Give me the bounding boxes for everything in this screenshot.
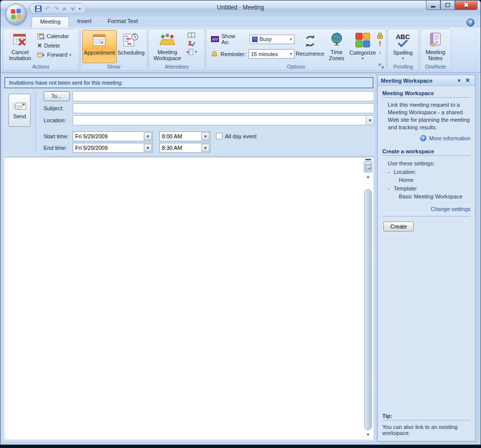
time-zones-icon [330, 32, 344, 48]
group-label-show: Show [81, 64, 147, 70]
pane-section2-heading: Create a workspace [382, 148, 470, 156]
splitter-grip-icon[interactable] [364, 158, 372, 161]
forward-icon [37, 52, 45, 58]
help-icon[interactable]: ? [466, 19, 474, 27]
address-book-icon[interactable] [187, 32, 195, 39]
setting-template-label: Template: [394, 184, 418, 193]
meeting-workspace-button[interactable]: Meeting Workspace [150, 30, 184, 63]
scheduling-button[interactable]: Scheduling [117, 30, 145, 63]
start-time-picker[interactable]: 8:00 AM ▼ [159, 131, 210, 141]
delete-label: Delete [44, 43, 60, 49]
start-date-picker[interactable]: Fri 5/29/2009 ▼ [73, 131, 153, 141]
pane-body: Meeting Workspace Link this meeting requ… [378, 86, 475, 441]
time-zones-button[interactable]: Time Zones [324, 30, 350, 63]
delete-icon: ✕ [37, 42, 42, 49]
pane-divider [382, 216, 470, 216]
message-body[interactable]: ▲ ▼ [5, 157, 373, 439]
end-date-picker[interactable]: Fri 5/29/2009 ▼ [73, 143, 153, 153]
reminder-label: Reminder: [220, 51, 246, 57]
subject-label: Subject: [44, 105, 64, 111]
tip-text: You can also link to an existing workspa… [382, 424, 470, 436]
end-time-picker[interactable]: 8:30 AM ▼ [159, 143, 210, 153]
meeting-notes-label-1: Meeting [425, 49, 445, 56]
create-button[interactable]: Create [383, 221, 414, 232]
close-button[interactable]: ✖ [455, 1, 477, 10]
pane-section1-text: Link this meeting request to a Meeting W… [382, 101, 470, 131]
recurrence-button[interactable]: Recurrence [297, 31, 324, 64]
svg-text:n: n [435, 39, 438, 45]
calendar-button[interactable]: Calendar [36, 32, 73, 40]
meeting-notes-icon: n [429, 32, 442, 48]
start-date-value: Fri 5/29/2009 [75, 133, 108, 139]
check-names-icon[interactable] [187, 40, 195, 47]
minimize-button[interactable] [426, 1, 440, 10]
spelling-icon: ABC [396, 32, 410, 49]
subject-input[interactable] [73, 103, 374, 113]
send-button[interactable]: Send [9, 94, 31, 127]
start-time-value: 8:00 AM [162, 133, 182, 139]
pane-menu-icon[interactable]: ▼ [455, 78, 463, 83]
start-date-dropdown-icon[interactable]: ▼ [144, 132, 152, 140]
info-bar-text: Invitations have not been sent for this … [9, 80, 123, 86]
end-date-dropdown-icon[interactable]: ▼ [144, 144, 152, 152]
meeting-window: ↶ ↷ ⮝ ⮟ ▾ Untitled - Meeting ✖ Meeting I… [0, 0, 481, 445]
tab-insert[interactable]: Insert [69, 17, 100, 28]
minimize-icon [431, 6, 435, 8]
categorize-icon [355, 32, 370, 49]
private-icon[interactable] [377, 32, 383, 39]
ribbon-tab-row: Meeting Insert Format Text [1, 17, 480, 28]
low-importance-icon[interactable]: ↓ [378, 48, 382, 55]
categorize-dropdown-icon: ▾ [362, 56, 364, 61]
tab-format-text[interactable]: Format Text [100, 17, 146, 28]
end-time-value: 8:30 AM [162, 145, 182, 151]
info-bar: Invitations have not been sent for this … [5, 77, 373, 88]
expand-header-button[interactable] [364, 161, 372, 172]
scrollbar-track[interactable] [364, 189, 372, 430]
all-day-event-label: All day event [225, 133, 257, 139]
maximize-button[interactable] [440, 1, 455, 10]
forward-button[interactable]: Forward ▾ [36, 51, 73, 58]
show-as-dropdown[interactable]: Busy ▾ [250, 35, 295, 44]
spelling-dropdown-icon: ▾ [402, 56, 404, 61]
to-button[interactable]: To... [44, 91, 70, 101]
body-scrollbar[interactable]: ▲ ▼ [364, 158, 372, 438]
all-day-event-checkbox[interactable] [216, 133, 222, 139]
spelling-button[interactable]: ABC Spelling ▾ [389, 30, 416, 63]
settings-intro: Use these settings: [388, 159, 470, 168]
calendar-icon [37, 33, 45, 40]
group-proofing: ABC Spelling ▾ Proofing [387, 29, 419, 71]
calendar-label: Calendar [47, 33, 69, 39]
high-importance-icon[interactable]: ! [379, 40, 381, 47]
pane-close-icon[interactable]: ✕ [463, 77, 472, 84]
page-icon [365, 164, 371, 170]
change-settings-link[interactable]: Change settings [431, 206, 471, 212]
setting-location-label: Location: [394, 168, 416, 176]
scroll-down-icon[interactable]: ▼ [364, 431, 372, 438]
cancel-invitation-button[interactable]: Cancel Invitation [5, 30, 36, 63]
reminder-icon [211, 51, 218, 58]
categorize-button[interactable]: Categorize ▾ [350, 30, 376, 63]
appointment-button[interactable]: Appointment [82, 30, 117, 63]
list-dash-2: - [388, 184, 390, 193]
meeting-notes-button[interactable]: n Meeting Notes [422, 30, 449, 63]
meeting-notes-label-2: Notes [428, 55, 443, 62]
delete-button[interactable]: ✕ Delete [36, 42, 73, 50]
reminder-dropdown[interactable]: 15 minutes ▾ [249, 49, 295, 59]
office-button[interactable] [6, 4, 27, 25]
location-dropdown-icon[interactable]: ▼ [366, 116, 374, 125]
forward-dropdown-icon: ▾ [69, 53, 71, 57]
tab-meeting[interactable]: Meeting [32, 17, 69, 28]
to-input[interactable] [73, 91, 374, 101]
scrollbar-thumb[interactable] [364, 189, 372, 430]
scroll-up-icon[interactable]: ▲ [364, 173, 372, 180]
time-section-divider [44, 156, 374, 156]
location-input[interactable] [73, 115, 374, 125]
more-information-link[interactable]: More information [429, 135, 470, 141]
start-time-dropdown-icon[interactable]: ▼ [201, 132, 209, 140]
group-show: Appointment Scheduling Show [80, 29, 147, 71]
cancel-invitation-label: Cancel Invitation [7, 49, 33, 62]
responses-button[interactable]: ▾ [184, 48, 198, 56]
title-bar[interactable]: ↶ ↷ ⮝ ⮟ ▾ Untitled - Meeting ✖ [1, 1, 480, 17]
end-time-dropdown-icon[interactable]: ▼ [201, 144, 209, 152]
forward-label: Forward [47, 52, 67, 58]
